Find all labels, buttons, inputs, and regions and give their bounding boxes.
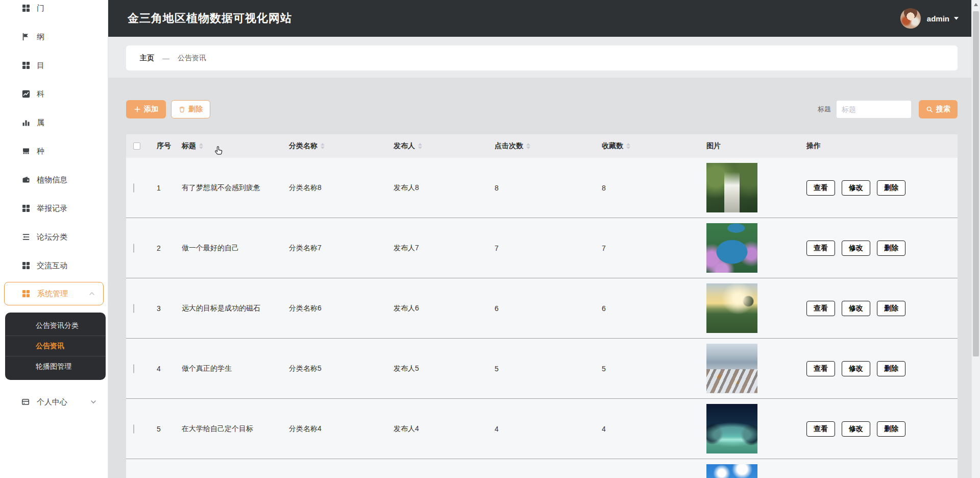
table-row: 3 远大的目标是成功的磁石 分类名称6 发布人6 6 6 查看修改删除 xyxy=(126,278,958,339)
trend-chart-icon xyxy=(21,90,30,99)
edit-button[interactable]: 修改 xyxy=(842,301,870,316)
toolbar: 添加 删除 标题 搜索 xyxy=(126,100,958,118)
sidebar-item-植物信息[interactable]: 植物信息 xyxy=(0,165,108,194)
column-header: 标题 xyxy=(182,141,289,151)
sidebar-item-纲[interactable]: 纲 xyxy=(0,22,108,51)
cell-favorites: 6 xyxy=(602,304,706,313)
search-icon xyxy=(926,106,933,113)
breadcrumb-current: 公告资讯 xyxy=(178,54,206,63)
cell-publisher: 发布人7 xyxy=(394,244,495,253)
column-header: 收藏数 xyxy=(602,141,706,151)
breadcrumb: 主页 — 公告资讯 xyxy=(126,45,958,70)
add-button[interactable]: 添加 xyxy=(126,100,166,118)
sidebar-item-种[interactable]: 种 xyxy=(0,137,108,165)
shop-icon xyxy=(21,147,30,156)
grid-icon xyxy=(21,4,30,13)
row-checkbox[interactable] xyxy=(133,424,134,434)
cell-category: 分类名称7 xyxy=(289,244,394,253)
edit-button[interactable]: 修改 xyxy=(842,421,870,437)
row-actions: 查看修改删除 xyxy=(806,421,958,437)
cell-title: 做个真正的学生 xyxy=(182,364,289,373)
cell-clicks: 8 xyxy=(495,184,602,192)
view-button[interactable]: 查看 xyxy=(806,241,835,256)
table-row: 1 有了梦想就不会感到疲惫 分类名称8 发布人8 8 8 查看修改删除 xyxy=(126,158,958,218)
cell-index: 1 xyxy=(157,184,182,192)
sidebar-item-label: 目 xyxy=(37,61,44,70)
sidebar-item-目[interactable]: 目 xyxy=(0,51,108,80)
sort-icon[interactable] xyxy=(321,143,325,149)
submenu-item-公告资讯分类[interactable]: 公告资讯分类 xyxy=(5,316,106,336)
row-checkbox[interactable] xyxy=(133,364,134,373)
sidebar-item-profile-center[interactable]: 个人中心 xyxy=(0,390,108,414)
sidebar-item-label: 种 xyxy=(37,147,44,156)
scrollbar-thumb[interactable] xyxy=(973,11,979,356)
view-button[interactable]: 查看 xyxy=(806,421,835,437)
cell-category: 分类名称5 xyxy=(289,364,394,373)
select-all-checkbox[interactable] xyxy=(133,142,140,150)
delete-row-button[interactable]: 删除 xyxy=(877,180,905,196)
edit-button[interactable]: 修改 xyxy=(842,180,870,196)
sidebar-item-属[interactable]: 属 xyxy=(0,108,108,137)
vertical-scrollbar[interactable] xyxy=(971,0,980,478)
table-row: 5 在大学给自己定个目标 分类名称4 发布人4 4 4 查看修改删除 xyxy=(126,399,958,459)
sort-icon[interactable] xyxy=(418,143,422,149)
column-header: 点击次数 xyxy=(495,141,602,151)
delete-button[interactable]: 删除 xyxy=(171,100,210,118)
submenu-item-公告资讯[interactable]: 公告资讯 xyxy=(5,336,106,356)
announcements-table: 序号标题分类名称发布人点击次数收藏数图片操作 1 有了梦想就不会感到疲惫 分类名… xyxy=(126,134,958,478)
table-header-row: 序号标题分类名称发布人点击次数收藏数图片操作 xyxy=(126,134,958,158)
breadcrumb-separator: — xyxy=(162,54,169,62)
row-actions: 查看修改删除 xyxy=(806,241,958,256)
chevron-down-icon xyxy=(90,400,96,404)
caret-down-icon xyxy=(953,16,959,20)
edit-button[interactable]: 修改 xyxy=(842,241,870,256)
sort-icon[interactable] xyxy=(626,143,630,149)
sidebar-item-label: 门 xyxy=(37,4,44,13)
column-header: 序号 xyxy=(157,141,182,151)
cell-category: 分类名称4 xyxy=(289,424,394,434)
view-button[interactable]: 查看 xyxy=(806,301,835,316)
sidebar-item-交流互动[interactable]: 交流互动 xyxy=(0,251,108,280)
sidebar-item-system-management[interactable]: 系统管理 xyxy=(4,282,104,305)
user-dropdown[interactable]: admin xyxy=(900,8,959,29)
row-checkbox[interactable] xyxy=(133,244,134,253)
sidebar-item-label: 系统管理 xyxy=(37,289,68,299)
search-button[interactable]: 搜索 xyxy=(919,100,958,118)
breadcrumb-home[interactable]: 主页 xyxy=(140,54,154,63)
search-field-label: 标题 xyxy=(818,105,831,114)
row-checkbox[interactable] xyxy=(133,183,134,193)
sidebar-item-门[interactable]: 门 xyxy=(0,0,108,22)
delete-row-button[interactable]: 删除 xyxy=(877,421,905,437)
column-header: 分类名称 xyxy=(289,141,394,151)
row-image-sunset-field xyxy=(706,283,757,333)
delete-row-button[interactable]: 删除 xyxy=(877,301,905,316)
sort-icon[interactable] xyxy=(526,143,530,149)
delete-row-button[interactable]: 删除 xyxy=(877,361,905,376)
cell-clicks: 7 xyxy=(495,244,602,252)
row-checkbox[interactable] xyxy=(133,304,134,313)
cell-title: 远大的目标是成功的磁石 xyxy=(182,304,289,313)
sidebar-item-论坛分类[interactable]: 论坛分类 xyxy=(0,223,108,251)
sidebar-item-label: 个人中心 xyxy=(37,397,67,407)
sidebar-item-科[interactable]: 科 xyxy=(0,80,108,108)
view-button[interactable]: 查看 xyxy=(806,361,835,376)
grid-icon xyxy=(22,290,31,298)
cell-favorites: 7 xyxy=(602,244,706,252)
grid-icon xyxy=(21,204,30,213)
cell-index: 4 xyxy=(157,365,182,373)
edit-button[interactable]: 修改 xyxy=(842,361,870,376)
sidebar-item-label: 科 xyxy=(37,89,44,99)
avatar[interactable] xyxy=(900,8,921,29)
cell-clicks: 5 xyxy=(495,365,602,373)
row-image-heart-lake xyxy=(706,223,757,273)
scroll-up-arrow-icon[interactable] xyxy=(974,3,978,6)
bar-chart-icon xyxy=(21,118,30,127)
view-button[interactable]: 查看 xyxy=(806,180,835,196)
delete-row-button[interactable]: 删除 xyxy=(877,241,905,256)
sidebar: 门 纲 目 科 属 种 植物信息 举报记录 论坛分类 xyxy=(0,0,108,478)
sidebar-item-举报记录[interactable]: 举报记录 xyxy=(0,194,108,223)
page-title: 金三角地区植物数据可视化网站 xyxy=(128,11,292,26)
submenu-item-轮播图管理[interactable]: 轮播图管理 xyxy=(5,356,106,377)
sort-icon[interactable] xyxy=(199,143,203,149)
search-input[interactable] xyxy=(836,100,912,118)
